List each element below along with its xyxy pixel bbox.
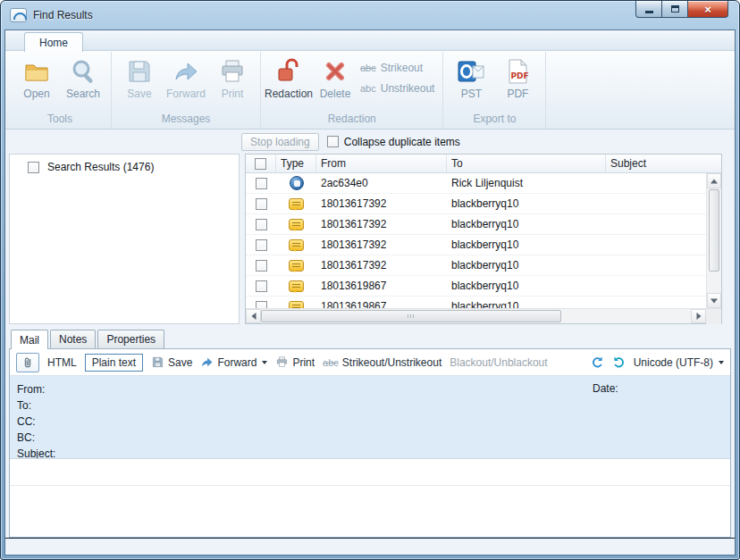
sms-message-icon xyxy=(289,239,304,251)
maximize-icon xyxy=(671,5,679,13)
mail-body-area[interactable] xyxy=(10,458,730,537)
column-header-from[interactable]: From xyxy=(316,155,447,172)
attachment-button[interactable] xyxy=(16,353,39,372)
mail-strikeout-button[interactable]: abc Strikeout/Unstrikeout xyxy=(323,356,441,369)
row-checkbox[interactable] xyxy=(256,260,267,272)
mail-blackout-button[interactable]: Blackout/Unblackout xyxy=(450,356,547,369)
forward-label: Forward xyxy=(166,88,206,100)
table-row[interactable]: 18013617392 blackberryq10 xyxy=(246,194,706,214)
vertical-scroll-thumb[interactable] xyxy=(709,189,719,272)
table-row[interactable]: 18013619867 blackberryq10 xyxy=(246,276,706,297)
window-controls: × xyxy=(635,1,728,18)
forward-button[interactable]: Forward xyxy=(163,53,209,100)
redaction-button[interactable]: Redaction xyxy=(265,53,312,100)
vertical-scrollbar[interactable] xyxy=(706,173,721,308)
export-pst-button[interactable]: PST xyxy=(448,53,494,100)
ribbon-group-tools: Open Search Tools xyxy=(9,52,112,129)
minimize-button[interactable] xyxy=(635,1,662,18)
column-header-to[interactable]: To xyxy=(447,155,606,172)
search-results-checkbox[interactable] xyxy=(28,162,39,173)
collapse-duplicates-checkbox[interactable] xyxy=(327,136,339,147)
undo-button[interactable] xyxy=(591,355,604,369)
row-checkbox[interactable] xyxy=(256,219,267,230)
tree-item-search-results[interactable]: Search Results (1476) xyxy=(10,159,239,175)
search-results-label: Search Results (1476) xyxy=(47,161,154,173)
outlook-icon xyxy=(457,57,485,86)
table-row[interactable]: 18013617392 blackberryq10 xyxy=(246,214,706,235)
search-button[interactable]: Search xyxy=(60,53,106,100)
horizontal-scroll-thumb[interactable] xyxy=(261,310,561,322)
strikeout-label: Strikeout xyxy=(381,62,423,74)
delete-button[interactable]: Delete xyxy=(312,53,358,100)
scroll-left-icon xyxy=(251,313,256,320)
field-date-label: Date: xyxy=(593,382,618,395)
row-from: 2ac634e0 xyxy=(316,177,447,189)
mail-forward-button[interactable]: Forward xyxy=(200,355,267,369)
column-header-subject[interactable]: Subject xyxy=(606,155,721,172)
mail-toolbar: HTML Plain text Save Forward xyxy=(10,349,730,376)
scroll-left-button[interactable] xyxy=(246,309,261,323)
tab-home[interactable]: Home xyxy=(24,32,83,52)
plain-text-view-button[interactable]: Plain text xyxy=(85,354,143,372)
scroll-up-button[interactable] xyxy=(707,173,721,188)
row-checkbox[interactable] xyxy=(256,198,267,210)
unstrikeout-button[interactable]: abc Unstrikeout xyxy=(360,82,434,95)
field-to-label: To: xyxy=(17,397,730,414)
mail-print-button[interactable]: Print xyxy=(275,355,315,369)
save-label: Save xyxy=(127,88,151,100)
row-from: 18013617392 xyxy=(316,218,447,230)
open-button[interactable]: Open xyxy=(13,53,60,100)
table-row[interactable]: 18013619867 blackberryq10 xyxy=(246,297,706,308)
tab-notes[interactable]: Notes xyxy=(50,330,96,348)
horizontal-scrollbar[interactable] xyxy=(246,308,721,323)
collapse-duplicates-control[interactable]: Collapse duplicate items xyxy=(327,136,460,148)
undo-arrow-icon xyxy=(591,355,604,369)
svg-text:PDF: PDF xyxy=(511,71,529,80)
mail-strikeout-label: Strikeout/Unstrikeout xyxy=(342,356,441,369)
row-to: blackberryq10 xyxy=(447,218,606,230)
ribbon-tab-strip: Home xyxy=(5,30,735,51)
select-all-checkbox[interactable] xyxy=(255,158,266,170)
delete-label: Delete xyxy=(320,88,351,100)
mail-save-button[interactable]: Save xyxy=(151,355,192,369)
scrollbar-corner xyxy=(706,309,721,324)
list-action-bar: Stop loading Collapse duplicate items xyxy=(5,130,735,154)
export-pdf-button[interactable]: PDF PDF xyxy=(494,53,541,100)
field-cc-label: CC: xyxy=(17,414,730,430)
scroll-down-button[interactable] xyxy=(707,293,721,308)
save-button[interactable]: Save xyxy=(116,53,163,100)
encoding-dropdown[interactable]: Unicode (UTF-8) xyxy=(634,356,724,369)
tab-mail[interactable]: Mail xyxy=(11,330,48,349)
row-from: 18013619867 xyxy=(316,300,447,308)
mail-save-label: Save xyxy=(168,356,192,369)
tab-properties[interactable]: Properties xyxy=(97,330,164,348)
table-row[interactable]: 2ac634e0 Rick Liljenquist xyxy=(246,173,706,194)
minimize-icon xyxy=(645,11,653,13)
window-title: Find Results xyxy=(33,9,93,21)
maximize-button[interactable] xyxy=(662,1,687,18)
row-checkbox[interactable] xyxy=(256,239,267,251)
table-row[interactable]: 18013617392 blackberryq10 xyxy=(246,235,706,255)
print-button[interactable]: Print xyxy=(209,53,256,100)
row-checkbox[interactable] xyxy=(256,280,267,292)
search-label: Search xyxy=(66,88,100,100)
row-checkbox[interactable] xyxy=(256,178,267,189)
printer-icon xyxy=(218,57,247,86)
table-row[interactable]: 18013617392 blackberryq10 xyxy=(246,255,706,276)
collapse-duplicates-label: Collapse duplicate items xyxy=(344,136,460,148)
sms-message-icon xyxy=(289,260,304,272)
scroll-right-button[interactable] xyxy=(691,309,706,323)
column-header-type[interactable]: Type xyxy=(276,155,316,172)
redo-button[interactable] xyxy=(612,355,626,369)
horizontal-scroll-track[interactable] xyxy=(561,309,691,323)
close-button[interactable]: × xyxy=(687,1,728,18)
body-divider xyxy=(10,485,730,486)
ribbon-group-export: PST PDF PDF Export to xyxy=(443,52,546,129)
stop-loading-button[interactable]: Stop loading xyxy=(241,133,319,151)
row-to: blackberryq10 xyxy=(447,197,606,210)
html-view-button[interactable]: HTML xyxy=(47,356,77,369)
printer-icon xyxy=(275,355,289,369)
strikeout-button[interactable]: abc Strikeout xyxy=(360,62,434,74)
row-checkbox[interactable] xyxy=(256,301,267,309)
title-bar[interactable]: Find Results × xyxy=(1,1,739,29)
